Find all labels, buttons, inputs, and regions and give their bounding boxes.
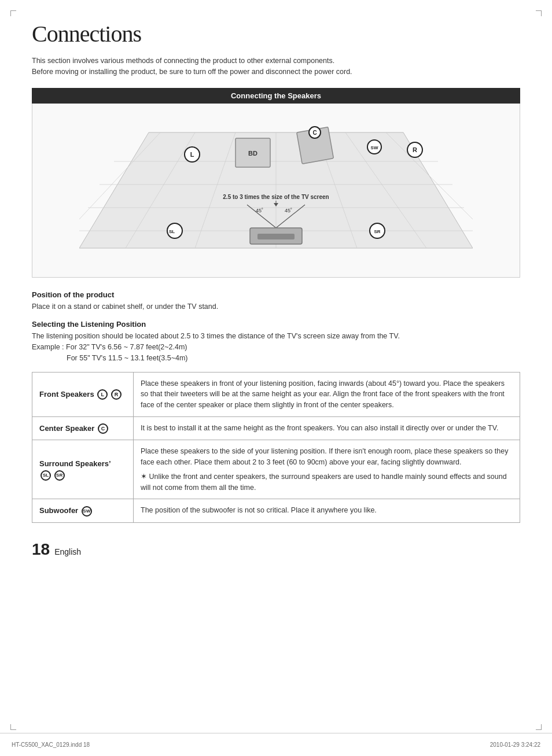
page-footer: HT-C5500_XAC_0129.indd 18 2010-01-29 3:2… bbox=[0, 733, 552, 756]
svg-text:C: C bbox=[312, 130, 317, 136]
badge-L: L bbox=[97, 389, 108, 400]
position-section: Position of the product Place it on a st… bbox=[32, 290, 520, 312]
table-row: Surround Speakers’ SL SR Place these spe… bbox=[32, 440, 520, 499]
selecting-example1: Example : For 32" TV's 6.56 ~ 7.87 feet(… bbox=[32, 342, 520, 353]
svg-text:L: L bbox=[190, 151, 194, 158]
speaker-table: Front Speakers L R Place these speakers … bbox=[32, 372, 520, 523]
position-desc: Place it on a stand or cabinet shelf, or… bbox=[32, 301, 520, 312]
svg-text:SR: SR bbox=[374, 229, 380, 234]
center-speaker-label: Center Speaker C bbox=[32, 416, 134, 440]
section-header: Connecting the Speakers bbox=[32, 88, 520, 104]
selecting-example2: For 55" TV's 11.5 ~ 13.1 feet(3.5~4m) bbox=[67, 353, 520, 364]
svg-text:BD: BD bbox=[248, 150, 257, 157]
speaker-diagram-area: BD C SW L R 2.5 to 3 times the size of t… bbox=[32, 104, 520, 278]
svg-text:R: R bbox=[413, 146, 417, 153]
front-speakers-label: Front Speakers L R bbox=[32, 372, 134, 416]
footer-filename: HT-C5500_XAC_0129.indd 18 bbox=[12, 742, 490, 748]
corner-mark-bl bbox=[10, 724, 16, 730]
table-row: Front Speakers L R Place these speakers … bbox=[32, 372, 520, 416]
corner-mark-br bbox=[536, 724, 542, 730]
table-row: Subwoofer SW The position of the subwoof… bbox=[32, 499, 520, 523]
subwoofer-label: Subwoofer SW bbox=[32, 499, 134, 523]
page-number: 18 bbox=[32, 540, 50, 559]
page-language: English bbox=[54, 547, 81, 556]
surround-note: ✶ Unlike the front and center speakers, … bbox=[141, 471, 513, 493]
svg-text:45˚: 45˚ bbox=[256, 208, 263, 213]
svg-text:2.5 to 3 times the size of the: 2.5 to 3 times the size of the TV screen bbox=[223, 194, 329, 200]
svg-text:SW: SW bbox=[371, 145, 378, 150]
selecting-title: Selecting the Listening Position bbox=[32, 320, 520, 329]
badge-SW: SW bbox=[82, 506, 92, 517]
position-title: Position of the product bbox=[32, 290, 520, 299]
front-speakers-desc: Place these speakers in front of your li… bbox=[134, 372, 520, 416]
badge-SR: SR bbox=[54, 470, 65, 481]
speaker-diagram-svg: BD C SW L R 2.5 to 3 times the size of t… bbox=[79, 115, 473, 265]
selecting-desc: The listening position should be located… bbox=[32, 331, 520, 342]
surround-speakers-label: Surround Speakers’ SL SR bbox=[32, 440, 134, 499]
badge-R: R bbox=[111, 389, 122, 400]
page-title: Connections bbox=[32, 20, 520, 47]
table-row: Center Speaker C It is best to install i… bbox=[32, 416, 520, 440]
corner-mark-tr bbox=[536, 10, 542, 16]
center-speaker-desc: It is best to install it at the same hei… bbox=[134, 416, 520, 440]
selecting-section: Selecting the Listening Position The lis… bbox=[32, 320, 520, 363]
corner-mark-tl bbox=[10, 10, 16, 16]
intro-text: This section involves various methods of… bbox=[32, 56, 520, 78]
badge-SL: SL bbox=[41, 470, 51, 481]
badge-C: C bbox=[98, 423, 108, 434]
page-number-area: 18 English bbox=[32, 540, 520, 559]
surround-speakers-desc: Place these speakers to the side of your… bbox=[134, 440, 520, 499]
svg-text:45˚: 45˚ bbox=[285, 208, 292, 213]
subwoofer-desc: The position of the subwoofer is not so … bbox=[134, 499, 520, 523]
svg-text:SL: SL bbox=[169, 229, 175, 234]
svg-rect-29 bbox=[257, 234, 295, 239]
footer-datetime: 2010-01-29 3:24:22 bbox=[490, 742, 540, 748]
